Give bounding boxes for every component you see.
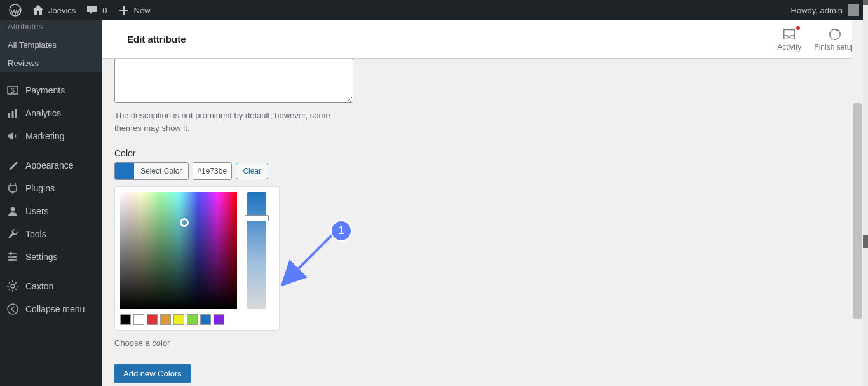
sidebar-sub-label: All Templates xyxy=(8,40,57,50)
description-textarea[interactable] xyxy=(114,59,353,103)
wrench-icon xyxy=(6,228,19,240)
sidebar-collapse[interactable]: Collapse menu xyxy=(0,298,102,321)
sliders-icon xyxy=(6,251,19,263)
sidebar-label: Collapse menu xyxy=(25,304,85,314)
color-field-label: Color xyxy=(114,148,496,158)
add-new-colors-button[interactable]: Add new Colors xyxy=(114,364,191,383)
saturation-value-area[interactable] xyxy=(120,192,237,309)
outer-scrollbar[interactable] xyxy=(863,0,868,386)
select-color-button[interactable]: Select Color xyxy=(114,162,189,180)
gear-icon xyxy=(6,280,19,293)
svg-rect-5 xyxy=(15,109,17,118)
svg-point-6 xyxy=(11,207,15,212)
scroll-up-arrow[interactable] xyxy=(863,0,868,5)
annotation-badge-1: 1 xyxy=(330,220,352,242)
sidebar-payments[interactable]: $ Payments xyxy=(0,79,102,102)
page-header: Edit attribute Activity Finish setup xyxy=(102,20,868,59)
choose-color-help: Choose a color xyxy=(114,337,353,350)
sidebar-submenu: Attributes All Templates Reviews xyxy=(0,20,102,72)
inbox-icon xyxy=(782,27,796,41)
svg-text:$: $ xyxy=(11,87,15,94)
new-label: New xyxy=(134,6,151,15)
plug-icon xyxy=(6,182,19,195)
activity-label: Activity xyxy=(777,43,801,52)
sidebar-label: Settings xyxy=(25,252,58,262)
svg-rect-4 xyxy=(12,111,14,118)
admin-sidebar: Attributes All Templates Reviews $ Payme… xyxy=(0,20,102,386)
palette-swatch[interactable] xyxy=(187,314,198,325)
collapse-icon xyxy=(6,303,19,315)
users-icon xyxy=(6,205,19,217)
sidebar-analytics[interactable]: Analytics xyxy=(0,102,102,125)
megaphone-icon xyxy=(6,130,19,142)
finish-setup-button[interactable]: Finish setup xyxy=(814,27,855,52)
svg-rect-3 xyxy=(8,113,10,118)
sidebar-label: Caxton xyxy=(25,281,53,291)
palette-swatch[interactable] xyxy=(214,314,224,325)
palette-swatches xyxy=(120,314,274,325)
sidebar-marketing[interactable]: Marketing xyxy=(0,125,102,148)
sidebar-label: Users xyxy=(25,206,49,216)
color-preview xyxy=(115,163,134,179)
plus-icon xyxy=(118,4,130,17)
palette-swatch[interactable] xyxy=(147,314,158,325)
svg-point-7 xyxy=(10,252,12,255)
palette-swatch[interactable] xyxy=(160,314,171,325)
notification-dot xyxy=(796,26,800,30)
color-picker-panel xyxy=(114,186,280,331)
comment-icon xyxy=(86,4,98,17)
palette-swatch[interactable] xyxy=(120,314,131,325)
sidebar-caxton[interactable]: Caxton xyxy=(0,275,102,298)
clear-color-button[interactable]: Clear xyxy=(236,163,268,179)
select-color-label: Select Color xyxy=(134,163,188,179)
home-icon xyxy=(32,4,44,17)
sidebar-plugins[interactable]: Plugins xyxy=(0,177,102,200)
svg-point-10 xyxy=(11,284,15,288)
page-title: Edit attribute xyxy=(127,34,186,45)
comment-count: 0 xyxy=(102,6,107,15)
new-link[interactable]: New xyxy=(112,0,156,20)
sv-cursor[interactable] xyxy=(180,218,189,227)
comments-link[interactable]: 0 xyxy=(81,0,112,20)
sidebar-tools[interactable]: Tools xyxy=(0,223,102,245)
wp-logo[interactable] xyxy=(4,0,27,20)
sidebar-users[interactable]: Users xyxy=(0,200,102,223)
wordpress-icon xyxy=(9,4,22,17)
finish-label: Finish setup xyxy=(814,43,855,52)
sidebar-sub-label: Attributes xyxy=(8,22,43,31)
color-picker-row: Select Color Clear xyxy=(114,162,496,180)
admin-bar-left: Joevics 0 New xyxy=(4,0,156,20)
sidebar-label: Appearance xyxy=(25,160,74,170)
site-name: Joevics xyxy=(48,6,76,15)
payments-icon: $ xyxy=(6,84,19,97)
sidebar-appearance[interactable]: Appearance xyxy=(0,154,102,177)
sidebar-label: Plugins xyxy=(25,183,55,193)
svg-point-9 xyxy=(10,259,13,261)
howdy-text: Howdy, admin xyxy=(791,6,843,15)
palette-swatch[interactable] xyxy=(200,314,211,325)
description-help: The description is not prominent by defa… xyxy=(114,109,353,134)
sidebar-sub-reviews[interactable]: Reviews xyxy=(0,54,102,72)
palette-swatch[interactable] xyxy=(173,314,184,325)
admin-bar: Joevics 0 New Howdy, admin xyxy=(0,0,868,20)
svg-point-11 xyxy=(8,304,18,314)
sidebar-sub-templates[interactable]: All Templates xyxy=(0,36,102,54)
svg-point-8 xyxy=(13,256,16,258)
hue-handle[interactable] xyxy=(245,215,269,221)
site-link[interactable]: Joevics xyxy=(27,0,81,20)
admin-bar-right[interactable]: Howdy, admin xyxy=(791,4,864,16)
sidebar-sub-attributes[interactable]: Attributes xyxy=(0,20,102,36)
inner-scrollbar[interactable] xyxy=(852,20,863,386)
avatar xyxy=(848,4,859,16)
sidebar-label: Payments xyxy=(25,85,65,95)
sidebar-settings[interactable]: Settings xyxy=(0,245,102,268)
scrollbar-thumb[interactable] xyxy=(853,103,862,319)
outer-scroll-thumb[interactable] xyxy=(863,235,868,248)
hue-slider[interactable] xyxy=(247,192,266,309)
palette-swatch[interactable] xyxy=(133,314,144,325)
activity-button[interactable]: Activity xyxy=(777,27,801,52)
sidebar-label: Marketing xyxy=(25,131,64,141)
color-hex-input[interactable] xyxy=(193,162,232,180)
annotation-number: 1 xyxy=(339,225,344,237)
sidebar-label: Tools xyxy=(25,229,46,239)
